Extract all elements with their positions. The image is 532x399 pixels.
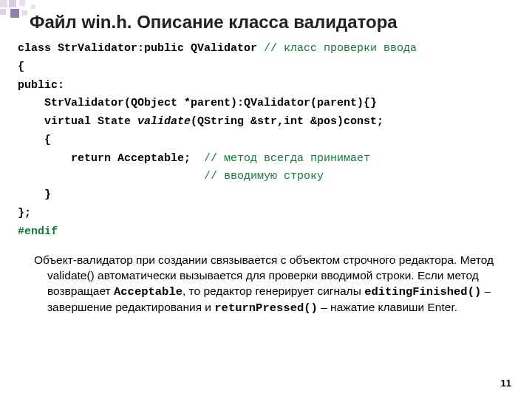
code-comment: // класс проверки ввода <box>264 42 417 55</box>
para-mono: returnPressed() <box>214 301 318 315</box>
code-identifier: validate <box>137 115 191 128</box>
code-indent <box>18 170 204 183</box>
code-line: { <box>18 134 51 146</box>
code-indent <box>18 152 71 165</box>
para-mono: editingFinished() <box>364 285 481 299</box>
corner-decoration <box>0 0 41 22</box>
code-line: virtual State <box>18 115 137 128</box>
para-mono: Acceptable <box>114 285 183 299</box>
code-line: { <box>18 61 24 73</box>
code-line: (QString &str,int &pos)const; <box>191 115 383 128</box>
code-line: class StrValidator:public QValidator <box>18 42 264 55</box>
code-directive: #endif <box>18 225 58 238</box>
code-comment: // вводимую строку <box>204 170 324 183</box>
para-text: – нажатие клавиши Enter. <box>318 301 457 313</box>
slide-title: Файл win.h. Описание класса валидатора <box>30 12 532 33</box>
code-line: } <box>18 188 51 201</box>
code-line: Acceptable; <box>111 152 204 165</box>
code-comment: // метод всегда принимает <box>204 152 370 165</box>
code-line: StrValidator(QObject *parent):QValidator… <box>18 97 377 109</box>
para-text: , то редактор генерирует сигналы <box>183 284 364 297</box>
code-line: }; <box>18 207 31 219</box>
code-block: class StrValidator:public QValidator // … <box>18 40 532 241</box>
page-number: 11 <box>501 378 511 389</box>
code-keyword: return <box>71 152 111 165</box>
code-line: public: <box>18 79 64 92</box>
description-paragraph: Объект-валидатор при создании связываетс… <box>18 253 510 316</box>
